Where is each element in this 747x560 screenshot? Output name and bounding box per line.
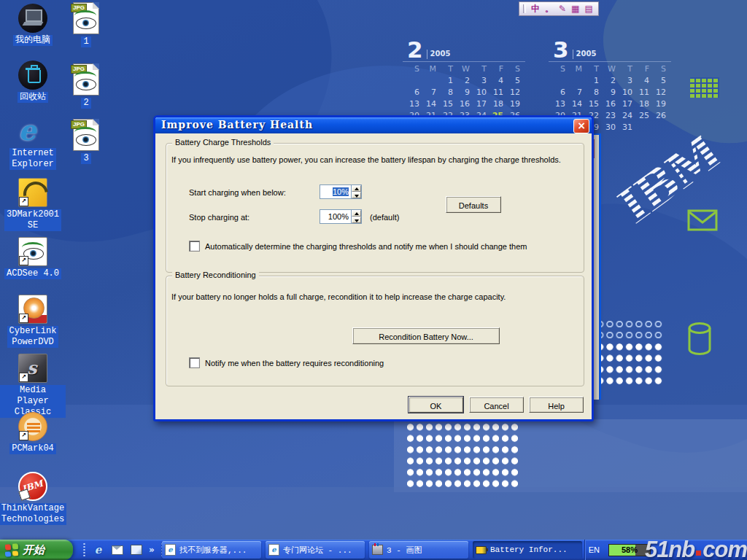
cancel-button[interactable]: Cancel: [469, 397, 524, 413]
task-button-paint[interactable]: 3 - 画图: [369, 541, 468, 559]
watermark-dot: [696, 551, 701, 556]
dialog-body: Battery Charge Thresholds If you infrequ…: [155, 133, 592, 419]
help-button[interactable]: Help: [529, 397, 584, 413]
notify-reconditioning-label: Notify me when the battery requires reco…: [205, 359, 384, 368]
notify-reconditioning-row: Notify me when the battery requires reco…: [189, 357, 384, 368]
my-computer-icon: [18, 4, 47, 33]
paint-icon: [372, 545, 383, 556]
ime-menu-icon[interactable]: ▤: [584, 4, 592, 14]
calendar-year: 2005: [427, 50, 451, 59]
stop-threshold-input[interactable]: 100%: [320, 209, 351, 224]
spin-up-button[interactable]: [352, 210, 361, 217]
recycle-bin-icon: [18, 61, 47, 90]
auto-thresholds-row: Automatically determine the charging thr…: [189, 241, 527, 252]
reconditioning-description: If your battery no longer holds a full c…: [171, 292, 578, 301]
quick-launch-mail-icon[interactable]: [111, 544, 123, 556]
internet-explorer-icon: e: [18, 117, 47, 146]
quick-launch-ie-icon[interactable]: e: [92, 544, 104, 556]
ime-pen-icon[interactable]: ✎: [559, 4, 566, 14]
spreadsheet-grid-icon: [690, 77, 719, 98]
ime-keyboard-icon[interactable]: ▦: [571, 4, 579, 14]
ie-page-icon: e: [165, 545, 176, 556]
pcmark04-icon: [18, 412, 47, 441]
3dmark-icon: [18, 178, 47, 207]
quick-launch-overflow-chevron[interactable]: »: [149, 545, 155, 555]
database-cylinder-icon: [684, 321, 716, 357]
battery-charge-thresholds-group: Battery Charge Thresholds If you infrequ…: [166, 143, 584, 273]
icon-label: 3DMark2001 SE: [4, 209, 61, 231]
icon-label: Internet Explorer: [9, 148, 56, 170]
notify-reconditioning-checkbox[interactable]: [189, 357, 200, 368]
desktop: IBM 2 2005 SMTWTFS1234567891011121314151…: [0, 0, 747, 560]
icon-label: 2: [81, 98, 90, 109]
auto-thresholds-checkbox[interactable]: [189, 241, 200, 252]
close-button[interactable]: ×: [573, 119, 589, 133]
powerdvd-icon: [18, 295, 47, 324]
desktop-icon-jpg-2[interactable]: JPG 2: [53, 63, 119, 109]
shortcut-arrow-icon: [19, 256, 28, 265]
dot-pattern: [595, 341, 663, 388]
ime-punctuation-icon[interactable]: 。: [545, 3, 554, 15]
start-charging-label: Start charging when below:: [189, 188, 286, 197]
start-threshold-input[interactable]: 10%: [320, 184, 351, 199]
language-indicator[interactable]: EN: [586, 544, 603, 556]
jpg-file-icon: JPG: [73, 63, 99, 96]
dot-pattern: [406, 421, 520, 489]
thresholds-description: If you infrequently use battery power, y…: [171, 155, 578, 164]
taskbar: 开始 e » e 找不到服务器,... e 专门网论坛 - ... 3 - 画图: [0, 540, 747, 560]
spin-up-button[interactable]: [352, 185, 361, 192]
shortcut-arrow-icon: [19, 431, 28, 440]
ime-language-bar[interactable]: 中 。 ✎ ▦ ▤: [519, 1, 599, 16]
spin-down-button[interactable]: [352, 192, 361, 198]
icon-label: ThinkVantage Technologies: [0, 503, 66, 525]
jpg-file-icon: JPG: [73, 119, 99, 151]
desktop-icon-acdsee[interactable]: ACDSee 4.0: [0, 237, 66, 279]
icon-label: CyberLink PowerDVD: [7, 326, 59, 348]
shortcut-arrow-icon: [19, 314, 28, 323]
recondition-battery-button[interactable]: Recondition Battery Now...: [352, 327, 500, 344]
desktop-icon-jpg-3[interactable]: JPG 3: [53, 119, 119, 164]
battery-icon: [476, 545, 487, 556]
envelope-icon: [687, 209, 719, 232]
ok-button[interactable]: OK: [409, 397, 463, 413]
ime-mode-icon[interactable]: 中: [531, 3, 540, 15]
windows-logo-icon: [5, 543, 18, 557]
start-label: 开始: [23, 543, 44, 557]
desktop-icon-powerdvd[interactable]: CyberLink PowerDVD: [0, 295, 66, 348]
dialog-title: Improve Battery Health: [155, 117, 313, 131]
thinkvantage-ibm-icon: IBM: [18, 472, 47, 501]
group-title: Battery Charge Thresholds: [172, 138, 274, 147]
auto-thresholds-label: Automatically determine the charging thr…: [205, 242, 527, 251]
icon-label: 1: [81, 36, 90, 47]
desktop-icon-thinkvantage[interactable]: IBM ThinkVantage Technologies: [0, 472, 66, 525]
battery-reconditioning-group: Battery Reconditioning If your battery n…: [166, 276, 584, 386]
calendar-year: 2005: [573, 50, 597, 59]
calendar-header: 3 2005: [549, 41, 671, 62]
task-button-battery-information[interactable]: Battery Infor...: [473, 541, 582, 559]
acdsee-icon: [18, 237, 47, 266]
start-threshold-spinner: 10%: [320, 184, 362, 199]
default-note: (default): [370, 213, 399, 222]
spin-down-button[interactable]: [352, 217, 361, 223]
calendar-header: 2 2005: [403, 41, 525, 62]
quick-launch-show-desktop-icon[interactable]: [130, 544, 142, 556]
toolbar-grip[interactable]: [83, 542, 85, 557]
calendar-month: 2: [407, 41, 423, 59]
stop-threshold-spinner: 100%: [320, 209, 362, 224]
shortcut-arrow-icon: [19, 197, 28, 206]
desktop-icon-pcmark04[interactable]: PCMark04: [0, 412, 66, 454]
dialog-titlebar[interactable]: Improve Battery Health ×: [155, 117, 592, 133]
ime-grip[interactable]: [523, 4, 526, 13]
task-button-forum[interactable]: e 专门网论坛 - ...: [266, 541, 365, 559]
desktop-icon-media-player-classic[interactable]: s Media Player Classic: [0, 354, 66, 418]
desktop-icon-3dmark2001[interactable]: 3DMark2001 SE: [0, 178, 66, 231]
calendar-month: 3: [553, 41, 569, 59]
desktop-icon-jpg-1[interactable]: JPG 1: [53, 2, 119, 47]
start-button[interactable]: 开始: [0, 540, 73, 560]
stop-charging-label: Stop charging at:: [189, 213, 249, 222]
quick-launch: e »: [76, 540, 163, 560]
icon-label: 我的电脑: [13, 35, 53, 46]
task-button-server-not-found[interactable]: e 找不到服务器,...: [162, 541, 261, 559]
defaults-button[interactable]: Defaults: [446, 196, 501, 213]
group-title: Battery Reconditioning: [172, 271, 259, 279]
